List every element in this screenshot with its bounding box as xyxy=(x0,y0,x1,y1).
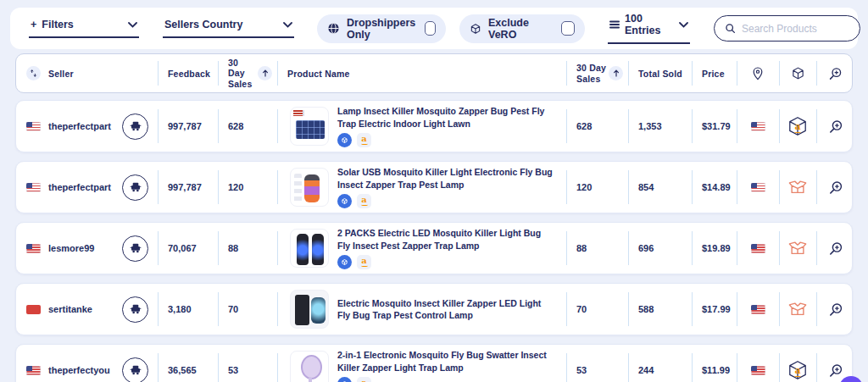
product-title-link[interactable]: 2 PACKS Electric LED Mosquito Killer Lig… xyxy=(337,227,556,251)
search-input[interactable] xyxy=(742,23,849,35)
search-box xyxy=(714,15,860,42)
header-total-sold-label: Total Sold xyxy=(638,69,682,79)
search-icon xyxy=(725,23,736,34)
header-product-search xyxy=(816,54,854,92)
similar-products-icon[interactable] xyxy=(337,255,352,269)
product-thumbnail[interactable] xyxy=(290,290,329,329)
location-cell xyxy=(737,284,779,335)
header-feedback: Feedback xyxy=(158,54,218,92)
dropshipper-truck-icon[interactable] xyxy=(122,357,148,382)
feedback-cell: 997,787 xyxy=(158,162,218,213)
product-search-cell xyxy=(816,101,854,152)
total-sold-cell: 854 xyxy=(628,162,692,213)
seller-country-flag-icon xyxy=(26,122,41,131)
table-row: sertitanke 3,180 70 Electric Mosquito In… xyxy=(15,283,853,335)
chevron-down-icon xyxy=(679,22,688,28)
product-cell: Electric Mosquito Insect Killer Zapper L… xyxy=(277,284,566,335)
header-30-day-sales-2-label: 30 Day Sales xyxy=(576,63,609,83)
dropshipper-truck-icon[interactable] xyxy=(122,296,148,323)
feedback-value: 997,787 xyxy=(168,182,202,192)
product-thumbnail[interactable] xyxy=(290,107,329,146)
similar-products-icon[interactable] xyxy=(337,194,352,208)
sellers-country-dropdown[interactable]: Sellers Country xyxy=(163,8,294,49)
box-supplier-icon[interactable] xyxy=(787,178,808,197)
price-value: $31.79 xyxy=(702,121,731,131)
supplier-cell: a xyxy=(779,101,816,152)
location-cell xyxy=(737,101,779,152)
header-supplier xyxy=(779,54,816,92)
entries-dropdown[interactable]: 100 Entries xyxy=(608,8,690,49)
seller-name-link[interactable]: lesmore99 xyxy=(48,243,94,253)
price-cell: $17.99 xyxy=(692,284,737,335)
seller-name-link[interactable]: theperfectyou xyxy=(48,365,110,375)
seller-name-link[interactable]: theperfectpart xyxy=(48,182,111,192)
dropshippers-only-checkbox[interactable] xyxy=(425,21,436,36)
sales-30day-cell: 53 xyxy=(218,345,277,382)
product-rows: theperfectpart 997,787 628 Lamp Insect K… xyxy=(15,100,853,382)
cube-icon xyxy=(470,23,481,35)
amazon-badge-icon[interactable]: a xyxy=(357,377,371,382)
filters-dropdown[interactable]: + Filters xyxy=(29,8,139,49)
amazon-supplier-icon[interactable]: a xyxy=(787,359,809,381)
dropshippers-only-label: Dropshippers Only xyxy=(347,17,418,41)
product-title-link[interactable]: Lamp Insect Killer Mosquito Zapper Bug P… xyxy=(337,105,556,129)
header-feedback-label: Feedback xyxy=(168,69,210,79)
product-badges: a xyxy=(337,194,556,208)
seller-name-link[interactable]: theperfectpart xyxy=(48,121,111,131)
product-title-link[interactable]: Electric Mosquito Insect Killer Zapper L… xyxy=(337,297,556,321)
amazon-badge-icon[interactable]: a xyxy=(357,255,371,269)
amazon-badge-icon[interactable]: a xyxy=(357,194,371,208)
sales-30day-2-cell: 628 xyxy=(566,101,628,152)
table-row: lesmore99 70,067 88 2 PACKS Electric LED… xyxy=(15,222,853,274)
price-value: $19.89 xyxy=(702,243,731,253)
exclude-vero-checkbox[interactable] xyxy=(561,21,575,36)
total-sold-cell: 588 xyxy=(628,284,692,335)
product-badges: a xyxy=(337,133,556,147)
location-flag-icon xyxy=(751,244,765,253)
dropshipper-truck-icon[interactable] xyxy=(122,235,148,262)
seller-country-flag-icon xyxy=(26,366,41,375)
total-sold-value: 244 xyxy=(638,365,654,375)
sort-icon[interactable] xyxy=(26,66,41,80)
magnifier-plus-button[interactable] xyxy=(824,176,847,199)
sellers-country-label: Sellers Country xyxy=(164,19,242,30)
dropshipper-truck-icon[interactable] xyxy=(122,113,148,140)
sort-up-icon[interactable] xyxy=(258,66,272,80)
product-title-link[interactable]: 2-in-1 Electronic Mosquito Fly Bug Swatt… xyxy=(337,349,556,373)
total-sold-value: 588 xyxy=(638,304,654,314)
similar-products-icon[interactable] xyxy=(337,133,352,147)
box-supplier-icon[interactable] xyxy=(787,239,808,257)
price-cell: $14.89 xyxy=(692,162,737,213)
total-sold-value: 696 xyxy=(638,243,654,253)
price-cell: $19.89 xyxy=(692,223,737,274)
supplier-cell: a xyxy=(779,162,816,213)
magnifier-plus-button[interactable] xyxy=(824,115,847,138)
location-flag-icon xyxy=(751,366,765,375)
sort-up-icon[interactable] xyxy=(609,66,623,80)
similar-products-icon[interactable] xyxy=(337,377,352,382)
amazon-badge-icon[interactable]: a xyxy=(357,133,371,147)
location-cell xyxy=(737,345,779,382)
sales-30day-value: 53 xyxy=(228,365,238,375)
product-title-link[interactable]: Solar USB Mosquito Killer Light Electron… xyxy=(337,166,556,190)
filters-label: Filters xyxy=(42,19,74,30)
chevron-down-icon xyxy=(128,22,137,28)
magnifier-plus-button[interactable] xyxy=(824,237,847,260)
header-30-day-sales: 30 Day Sales xyxy=(218,54,277,92)
product-thumbnail[interactable] xyxy=(290,351,329,382)
dropshipper-truck-icon[interactable] xyxy=(122,174,148,201)
feedback-cell: 3,180 xyxy=(158,284,218,335)
location-flag-icon xyxy=(751,305,765,314)
price-value: $11.99 xyxy=(702,365,730,375)
cube-icon xyxy=(791,66,805,80)
header-location xyxy=(737,54,779,92)
product-thumbnail[interactable] xyxy=(290,168,329,207)
seller-name-link[interactable]: sertitanke xyxy=(48,304,92,314)
sales-30day-cell: 70 xyxy=(218,284,277,335)
amazon-supplier-icon[interactable]: a xyxy=(787,115,809,137)
magnifier-plus-button[interactable] xyxy=(824,298,847,321)
box-supplier-icon[interactable] xyxy=(787,300,808,318)
product-thumbnail[interactable] xyxy=(290,229,329,268)
location-cell xyxy=(737,223,779,274)
header-price: Price xyxy=(692,54,737,92)
